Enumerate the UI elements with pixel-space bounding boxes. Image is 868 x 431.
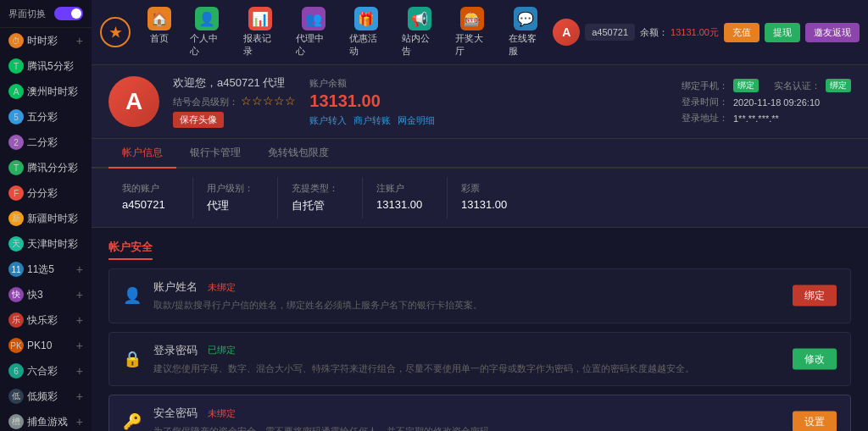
security-section: 帐户安全 👤 账户姓名 未绑定 取款/提款搜寻行户户信的姓名，绑定姓名必须填上服… [92, 228, 868, 431]
tabs-bar: 帐户信息银行卡管理免转钱包限度 [92, 139, 868, 169]
sidebar-item-13[interactable]: 6 六合彩 + [0, 358, 92, 384]
sidebar-plus-11[interactable]: + [76, 313, 83, 327]
security-title-2: 安全密码 未绑定 [153, 406, 837, 421]
sidebar-label-3: 五分彩 [27, 110, 58, 124]
sidebar: 界面切换 ⏱ 时时彩 + T 腾讯5分彩 A 澳州时时彩 5 五分彩 2 二分彩 [0, 0, 92, 431]
balance-stat-label: 账户余额 [309, 77, 435, 90]
sidebar-label-6: 分分彩 [27, 186, 58, 201]
profile-stats: 账户余额 13131.00 账户转入 商户转账 网金明细 [309, 77, 668, 127]
nav-label-2: 报表记录 [243, 32, 278, 58]
sidebar-label-13: 六合彩 [27, 364, 58, 379]
sidebar-icon-9: 11 [8, 262, 24, 277]
security-btn-2[interactable]: 设置 [793, 412, 837, 431]
status-badge-1: 已绑定 [203, 343, 241, 357]
sidebar-item-9[interactable]: 11 11选5 + [0, 257, 92, 282]
sidebar-item-15[interactable]: 槽 捕鱼游戏 + [0, 409, 92, 431]
sidebar-item-14[interactable]: 低 低频彩 + [0, 384, 92, 409]
nav-item-0[interactable]: 🏠 首页 [139, 3, 180, 61]
sidebar-label-2: 澳州时时彩 [27, 85, 78, 99]
sidebar-plus-12[interactable]: + [76, 339, 83, 352]
security-title-0: 账户姓名 未绑定 [153, 279, 837, 295]
nav-label-7: 在线客服 [509, 32, 543, 58]
nav-item-5[interactable]: 📢 站内公告 [393, 3, 445, 61]
sidebar-item-11[interactable]: 乐 快乐彩 + [0, 307, 92, 333]
nav-item-1[interactable]: 👤 个人中心 [181, 3, 233, 61]
main-content: ★ 🏠 首页 👤 个人中心 📊 报表记录 👥 代理中心 🎁 优惠活动 📢 站内公… [92, 0, 868, 431]
profile-info: 欢迎您，a450721 代理 结号会员级别： ☆☆☆☆☆ 保存头像 [173, 75, 296, 128]
sidebar-item-4[interactable]: 2 二分彩 [0, 130, 92, 155]
sidebar-label-12: PK10 [27, 340, 52, 351]
security-btn-1[interactable]: 修改 [793, 348, 837, 369]
profile-stars: ☆☆☆☆☆ [241, 94, 296, 108]
sidebar-item-8[interactable]: 天 天津时时彩 [0, 231, 92, 257]
friend-button[interactable]: 邀友返现 [805, 23, 860, 42]
toggle-switch[interactable] [54, 7, 83, 20]
sidebar-plus-0[interactable]: + [76, 34, 83, 47]
profile-avatar: A [108, 76, 159, 127]
sidebar-icon-10: 快 [8, 287, 24, 302]
profile-header: A 欢迎您，a450721 代理 结号会员级别： ☆☆☆☆☆ 保存头像 账户余额… [92, 65, 868, 139]
nav-item-6[interactable]: 🎰 开奖大厅 [447, 3, 498, 61]
real-name-status[interactable]: 绑定 [826, 79, 851, 92]
nav-icon-5: 📢 [408, 7, 431, 30]
nav-icon-6: 🎰 [460, 7, 484, 30]
sidebar-item-2[interactable]: A 澳州时时彩 [0, 79, 92, 104]
security-text-2: 安全密码 未绑定 为了您保障产的资金安全，需不要将密码透露给任何人，并不定期的修… [153, 406, 837, 431]
transfer-meta-row: 登录时间： 2020-11-18 09:26:10 [682, 96, 851, 108]
sidebar-item-5[interactable]: T 腾讯分分彩 [0, 155, 92, 180]
nav-item-2[interactable]: 📊 报表记录 [235, 3, 287, 61]
sidebar-icon-0: ⏱ [8, 33, 24, 48]
tab-item-0[interactable]: 帐户信息 [108, 139, 176, 169]
user-avatar: A [553, 19, 580, 46]
sidebar-icon-7: 新 [8, 211, 24, 226]
security-btn-0[interactable]: 绑定 [793, 285, 837, 307]
tab-item-1[interactable]: 银行卡管理 [176, 139, 254, 169]
sidebar-item-6[interactable]: F 分分彩 [0, 180, 92, 206]
sidebar-icon-3: 5 [8, 109, 24, 124]
transfer-in[interactable]: 账户转入 [309, 114, 347, 127]
sidebar-item-10[interactable]: 快 快3 + [0, 282, 92, 307]
sidebar-label-0: 时时彩 [27, 34, 58, 48]
sidebar-item-3[interactable]: 5 五分彩 [0, 104, 92, 130]
nav-item-3[interactable]: 👥 代理中心 [287, 3, 339, 61]
security-icon-1: 🔒 [123, 350, 143, 368]
profile-greeting: 欢迎您，a450721 代理 [173, 75, 296, 91]
sidebar-plus-10[interactable]: + [76, 288, 83, 301]
sidebar-icon-4: 2 [8, 135, 24, 150]
account-col-1: 用户级别： 代理 [193, 177, 278, 218]
phone-status[interactable]: 绑定 [733, 79, 759, 92]
toggle-label: 界面切换 [8, 8, 46, 20]
sidebar-item-0[interactable]: ⏱ 时时彩 + [0, 28, 92, 53]
sidebar-label-7: 新疆时时彩 [27, 212, 78, 226]
recharge-button[interactable]: 充值 [724, 23, 760, 42]
security-icon-2: 🔑 [123, 412, 143, 431]
sidebar-item-12[interactable]: PK PK10 + [0, 333, 92, 358]
sidebar-label-11: 快乐彩 [27, 313, 58, 328]
sidebar-item-1[interactable]: T 腾讯5分彩 [0, 53, 92, 79]
account-col-label-0: 我的账户 [122, 182, 179, 195]
account-table: 我的账户 a450721 用户级别： 代理 充提类型： 自托管 注账户 1313… [92, 169, 868, 228]
sidebar-label-10: 快3 [27, 288, 43, 302]
transfer-out[interactable]: 商户转账 [353, 114, 391, 127]
sidebar-label-5: 腾讯分分彩 [27, 161, 78, 175]
nav-icon-2: 📊 [248, 7, 272, 30]
sidebar-plus-15[interactable]: + [76, 415, 83, 428]
security-item-2: 🔑 安全密码 未绑定 为了您保障产的资金安全，需不要将密码透露给任何人，并不定期… [108, 395, 851, 431]
nav-item-4[interactable]: 🎁 优惠活动 [341, 3, 392, 61]
phone-label: 绑定手机： [682, 80, 728, 92]
save-avatar-button[interactable]: 保存头像 [173, 112, 224, 128]
sidebar-plus-13[interactable]: + [76, 364, 83, 378]
sidebar-label-8: 天津时时彩 [27, 237, 78, 251]
transfer-record[interactable]: 网金明细 [398, 114, 435, 127]
sidebar-icon-5: T [8, 160, 24, 175]
sidebar-plus-14[interactable]: + [76, 390, 83, 403]
sidebar-plus-9[interactable]: + [76, 262, 83, 276]
sidebar-icon-6: F [8, 185, 24, 201]
security-title-1: 登录密码 已绑定 [153, 343, 837, 358]
nav-item-7[interactable]: 💬 在线客服 [500, 3, 552, 61]
sidebar-item-7[interactable]: 新 新疆时时彩 [0, 206, 92, 231]
tab-item-2[interactable]: 免转钱包限度 [254, 139, 342, 169]
withdraw-button[interactable]: 提现 [765, 23, 800, 42]
sidebar-icon-13: 6 [8, 363, 24, 379]
sidebar-section: ⏱ 时时彩 + T 腾讯5分彩 A 澳州时时彩 5 五分彩 2 二分彩 T 腾讯… [0, 28, 92, 431]
